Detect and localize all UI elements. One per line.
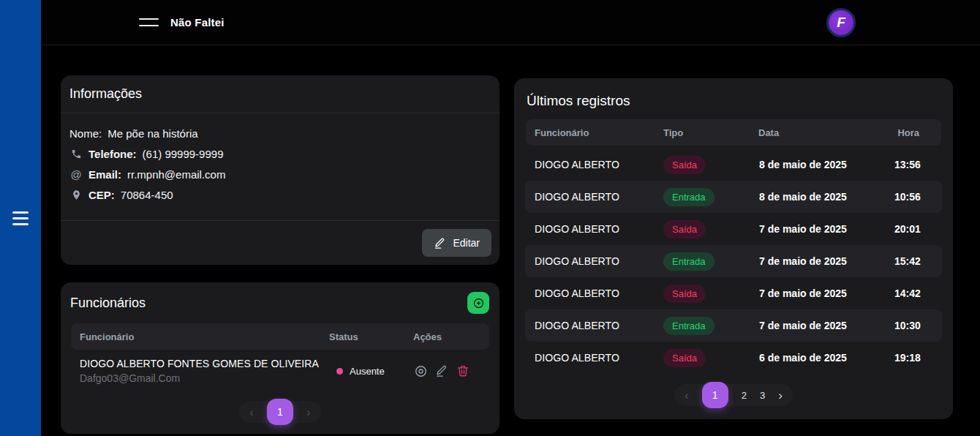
record-date: 7 de maio de 2025 <box>759 255 894 267</box>
edit-button[interactable]: Editar <box>422 229 491 257</box>
record-row: DIOGO ALBERTO Entrada 7 de maio de 2025 … <box>525 309 942 342</box>
employee-identity: DIOGO ALBERTO FONTES GOMES DE OLIVEIRA D… <box>80 358 329 384</box>
prev-page-icon[interactable]: ‹ <box>685 389 689 402</box>
left-sidebar <box>0 0 41 436</box>
add-employee-button[interactable] <box>467 292 489 314</box>
record-type-cell: Entrada <box>663 252 759 271</box>
employees-card-header: Funcionários <box>61 282 500 320</box>
app-title: Não Faltei <box>170 16 225 29</box>
edit-employee-button[interactable] <box>434 364 449 378</box>
page-button-1[interactable]: 1 <box>267 399 293 425</box>
record-type-cell: Saída <box>663 156 759 174</box>
records-pagination-wrap: ‹123› <box>514 384 953 417</box>
pencil-icon <box>434 237 446 249</box>
record-time: 13:56 <box>894 159 934 170</box>
phone-line: Telefone: (61) 99999-9999 <box>69 143 491 164</box>
employees-card: Funcionários Funcionário Status Ações <box>61 282 500 434</box>
content: Informações Nome: Me põe na história Tel… <box>41 45 980 434</box>
record-row: DIOGO ALBERTO Saída 6 de maio de 2025 19… <box>525 342 942 374</box>
record-employee-name: DIOGO ALBERTO <box>535 159 663 170</box>
status-dot-icon <box>336 368 343 375</box>
record-row: DIOGO ALBERTO Entrada 8 de maio de 2025 … <box>525 181 942 213</box>
employee-status: Ausente <box>329 366 413 377</box>
record-type-badge: Saída <box>663 285 706 303</box>
record-employee-name: DIOGO ALBERTO <box>535 191 663 203</box>
prev-page-icon[interactable]: ‹ <box>249 406 254 418</box>
phone-label: Telefone: <box>88 148 137 160</box>
email-value: rr.mpnh@email.com <box>127 168 225 181</box>
col-tipo: Tipo <box>663 127 758 138</box>
page-button-3[interactable]: 3 <box>760 390 765 401</box>
record-row: DIOGO ALBERTO Saída 7 de maio de 2025 20… <box>525 213 942 245</box>
next-page-icon[interactable]: › <box>778 389 783 402</box>
status-badge: Ausente <box>350 366 385 377</box>
phone-icon <box>69 149 83 159</box>
top-bar: Não Faltei F <box>41 0 980 45</box>
record-time: 15:42 <box>894 255 934 267</box>
record-date: 7 de maio de 2025 <box>759 287 894 299</box>
record-employee-name: DIOGO ALBERTO <box>535 255 663 267</box>
records-table-body: DIOGO ALBERTO Saída 8 de maio de 2025 13… <box>525 149 942 374</box>
record-employee-name: DIOGO ALBERTO <box>535 320 663 331</box>
info-card-footer: Editar <box>61 220 500 265</box>
edit-button-label: Editar <box>453 237 480 249</box>
cep-value: 70864-450 <box>121 189 173 201</box>
col-funcionario: Funcionário <box>535 127 663 138</box>
record-time: 19:18 <box>894 352 934 364</box>
employee-actions <box>413 364 480 378</box>
page-button-1[interactable]: 1 <box>702 382 728 408</box>
record-type-cell: Entrada <box>663 317 759 335</box>
employees-pagination: ‹1› <box>239 401 320 423</box>
record-date: 6 de maio de 2025 <box>759 352 894 364</box>
left-column: Informações Nome: Me põe na história Tel… <box>61 75 500 434</box>
delete-employee-button[interactable] <box>456 364 470 378</box>
employee-row: DIOGO ALBERTO FONTES GOMES DE OLIVEIRA D… <box>71 350 489 391</box>
record-employee-name: DIOGO ALBERTO <box>535 287 663 299</box>
logo-letter: F <box>837 15 845 31</box>
trash-icon <box>456 364 470 377</box>
records-pagination: ‹123› <box>674 384 793 406</box>
cep-line: CEP: 70864-450 <box>69 184 491 205</box>
info-card-title: Informações <box>61 75 500 113</box>
employee-email: Dafgo03@Gmail.Com <box>80 372 329 384</box>
record-type-badge: Entrada <box>663 252 715 271</box>
at-icon: @ <box>69 168 83 181</box>
record-date: 7 de maio de 2025 <box>759 320 894 331</box>
plus-circle-icon <box>472 296 486 310</box>
menu-icon[interactable] <box>139 18 159 26</box>
records-table-header: Funcionário Tipo Data Hora <box>526 119 941 146</box>
email-label: Email: <box>88 168 121 181</box>
record-time: 14:42 <box>894 287 934 299</box>
record-row: DIOGO ALBERTO Entrada 7 de maio de 2025 … <box>525 245 942 277</box>
record-type-badge: Saída <box>663 156 706 174</box>
view-employee-button[interactable] <box>413 364 428 378</box>
phone-value: (61) 99999-9999 <box>143 148 224 160</box>
record-row: DIOGO ALBERTO Saída 7 de maio de 2025 14… <box>525 277 942 309</box>
email-line: @ Email: rr.mpnh@email.com <box>69 164 491 184</box>
record-type-cell: Saída <box>663 220 759 238</box>
name-value: Me põe na história <box>108 127 197 140</box>
record-type-cell: Saída <box>663 349 759 367</box>
map-pin-icon <box>69 189 83 200</box>
name-line: Nome: Me põe na história <box>69 123 491 143</box>
cep-label: CEP: <box>88 189 115 201</box>
eye-icon <box>414 364 428 378</box>
employee-name: DIOGO ALBERTO FONTES GOMES DE OLIVEIRA <box>80 358 329 369</box>
employees-table-header: Funcionário Status Ações <box>71 323 489 350</box>
info-card-body: Nome: Me põe na história Telefone: (61) … <box>61 113 500 220</box>
record-type-cell: Entrada <box>663 188 759 206</box>
record-date: 8 de maio de 2025 <box>759 191 894 203</box>
app-root: Não Faltei F Informações Nome: Me põe na… <box>0 0 980 436</box>
page-button-2[interactable]: 2 <box>742 390 747 401</box>
records-card-title: Últimos registros <box>514 78 953 118</box>
next-page-icon[interactable]: › <box>306 406 311 418</box>
col-status: Status <box>329 331 413 342</box>
record-date: 8 de maio de 2025 <box>759 159 894 170</box>
col-acoes: Ações <box>413 331 480 342</box>
record-row: DIOGO ALBERTO Saída 8 de maio de 2025 13… <box>525 149 942 181</box>
record-type-cell: Saída <box>663 285 759 303</box>
sidebar-hamburger-icon[interactable] <box>12 211 29 225</box>
app-logo-avatar[interactable]: F <box>826 8 856 37</box>
record-type-badge: Entrada <box>663 317 715 335</box>
record-type-badge: Entrada <box>663 188 715 206</box>
